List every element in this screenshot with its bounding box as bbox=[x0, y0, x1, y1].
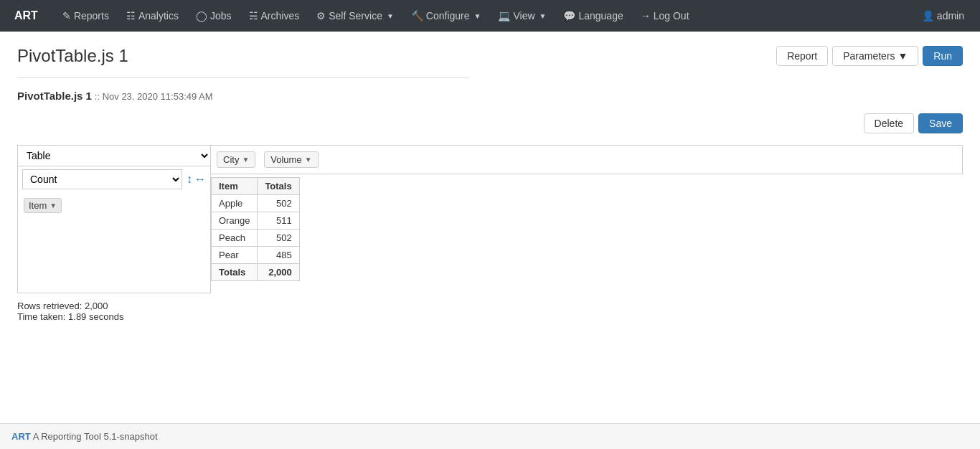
totals-cell: 502 bbox=[258, 195, 299, 212]
monitor-icon: ​💻 bbox=[498, 10, 510, 22]
gear-icon: ⚙ bbox=[316, 10, 326, 22]
nav-analytics[interactable]: ☷ Analytics bbox=[119, 0, 186, 32]
item-field-label: Item bbox=[29, 200, 47, 211]
logout-icon: → bbox=[641, 10, 651, 22]
table-header-row: Item Totals bbox=[212, 178, 300, 195]
nav-logout[interactable]: → Log Out bbox=[633, 0, 697, 32]
city-field-label: City bbox=[223, 154, 239, 165]
aggregator-select[interactable]: Count Count Unique Values List Unique Va… bbox=[22, 169, 182, 189]
nav-admin: 👤 admin bbox=[915, 6, 971, 26]
archives-icon: ☵ bbox=[249, 10, 258, 22]
nav-logout-label: Log Out bbox=[654, 10, 689, 22]
nav-self-service[interactable]: ⚙ Self Service ▼ bbox=[309, 0, 401, 32]
table-row: Peach502 bbox=[212, 230, 300, 247]
navbar: ART ✎ Reports ☷ Analytics ◯ Jobs ☵ Archi… bbox=[0, 0, 980, 32]
pivot-area: Table Table Barchart Heatmap Row Heatmap… bbox=[17, 145, 963, 322]
nav-reports-label: Reports bbox=[74, 10, 109, 22]
item-cell: Apple bbox=[212, 195, 258, 212]
pivot-table: Item Totals Apple502Orange511Peach502Pea… bbox=[211, 177, 300, 281]
jobs-icon: ◯ bbox=[196, 10, 207, 22]
chevron-down-icon: ▼ bbox=[387, 12, 394, 20]
totals-label-cell: Totals bbox=[212, 264, 258, 281]
wrench-icon: 🔨 bbox=[411, 10, 423, 22]
empty-col-area bbox=[324, 145, 963, 174]
time-taken: Time taken: 1.89 seconds bbox=[17, 311, 963, 322]
city-caret-icon: ▼ bbox=[242, 156, 249, 164]
report-subtitle: PivotTable.js 1 bbox=[17, 90, 92, 102]
volume-field-label: Volume bbox=[270, 154, 301, 165]
nav-jobs-label: Jobs bbox=[210, 10, 232, 22]
run-button[interactable]: Run bbox=[923, 46, 963, 66]
item-field-tag[interactable]: Item ▼ bbox=[24, 198, 62, 213]
item-cell: Peach bbox=[212, 230, 258, 247]
volume-field-tag[interactable]: Volume ▼ bbox=[264, 151, 318, 168]
pivot-table-container: Item Totals Apple502Orange511Peach502Pea… bbox=[211, 177, 963, 281]
item-cell: Orange bbox=[212, 212, 258, 230]
sort-horizontal-icon[interactable]: ↔ bbox=[194, 173, 206, 186]
analytics-icon: ☷ bbox=[126, 10, 136, 22]
sort-icons[interactable]: ↕ ↔ bbox=[187, 173, 206, 186]
navbar-brand[interactable]: ART bbox=[9, 9, 44, 22]
header-buttons: Report Parameters ▼ Run bbox=[776, 46, 963, 66]
report-info: PivotTable.js 1 :: Nov 23, 2020 11:53:49… bbox=[17, 90, 963, 102]
divider bbox=[17, 77, 469, 78]
totals-cell: 502 bbox=[258, 230, 299, 247]
col-totals-header: Totals bbox=[258, 178, 299, 195]
page-title: PivotTable.js 1 bbox=[17, 46, 128, 66]
report-datetime: :: Nov 23, 2020 11:53:49 AM bbox=[95, 91, 213, 102]
delete-button[interactable]: Delete bbox=[864, 113, 914, 133]
item-cell: Pear bbox=[212, 247, 258, 264]
parameters-button[interactable]: Parameters ▼ bbox=[832, 46, 918, 66]
parameters-label: Parameters bbox=[843, 50, 895, 62]
pivot-left-panel: Table Table Barchart Heatmap Row Heatmap… bbox=[17, 145, 211, 293]
speech-icon: 💬 bbox=[563, 10, 575, 22]
action-buttons: Delete Save bbox=[17, 113, 963, 133]
city-field-tag[interactable]: City ▼ bbox=[217, 151, 255, 168]
renderer-select[interactable]: Table Table Barchart Heatmap Row Heatmap… bbox=[18, 146, 210, 166]
item-caret-icon: ▼ bbox=[50, 202, 57, 209]
nav-view[interactable]: ​💻 View ▼ bbox=[491, 0, 553, 32]
volume-caret-icon: ▼ bbox=[305, 156, 312, 164]
nav-configure[interactable]: 🔨 Configure ▼ bbox=[404, 0, 489, 32]
pivot-stats: Rows retrieved: 2,000 Time taken: 1.89 s… bbox=[17, 301, 963, 322]
nav-analytics-label: Analytics bbox=[138, 10, 179, 22]
parameters-caret: ▼ bbox=[897, 50, 908, 62]
table-row: Apple502 bbox=[212, 195, 300, 212]
bar-chart-icon: ✎ bbox=[62, 10, 71, 22]
totals-value-cell: 2,000 bbox=[258, 264, 299, 281]
nav-configure-label: Configure bbox=[426, 10, 470, 22]
nav-archives[interactable]: ☵ Archives bbox=[242, 0, 307, 32]
chevron-down-icon-2: ▼ bbox=[474, 12, 481, 20]
pivot-row-fields: Item ▼ bbox=[18, 192, 210, 293]
nav-jobs[interactable]: ◯ Jobs bbox=[189, 0, 239, 32]
page-header: PivotTable.js 1 Report Parameters ▼ Run bbox=[17, 46, 963, 66]
nav-language-label: Language bbox=[578, 10, 623, 22]
rows-retrieved: Rows retrieved: 2,000 bbox=[17, 301, 963, 311]
nav-archives-label: Archives bbox=[261, 10, 300, 22]
col-item-header: Item bbox=[212, 178, 258, 195]
chevron-down-icon-3: ▼ bbox=[540, 12, 547, 20]
pivot-right-panel: City ▼ Volume ▼ bbox=[211, 145, 963, 293]
report-button[interactable]: Report bbox=[776, 46, 828, 66]
user-icon: 👤 bbox=[922, 10, 934, 22]
pivot-controls: Table Table Barchart Heatmap Row Heatmap… bbox=[17, 145, 963, 293]
aggregator-row: Count Count Unique Values List Unique Va… bbox=[18, 166, 210, 192]
nav-view-label: View bbox=[513, 10, 534, 22]
totals-cell: 485 bbox=[258, 247, 299, 264]
nav-language[interactable]: 💬 Language bbox=[556, 0, 630, 32]
nav-self-service-label: Self Service bbox=[329, 10, 382, 22]
save-button[interactable]: Save bbox=[918, 113, 963, 133]
table-row: Pear485 bbox=[212, 247, 300, 264]
nav-reports[interactable]: ✎ Reports bbox=[55, 0, 116, 32]
admin-label: admin bbox=[937, 10, 964, 22]
totals-row: Totals2,000 bbox=[212, 264, 300, 281]
main-content: PivotTable.js 1 Report Parameters ▼ Run … bbox=[0, 32, 980, 336]
sort-vertical-icon[interactable]: ↕ bbox=[187, 173, 192, 186]
table-row: Orange511 bbox=[212, 212, 300, 230]
totals-cell: 511 bbox=[258, 212, 299, 230]
